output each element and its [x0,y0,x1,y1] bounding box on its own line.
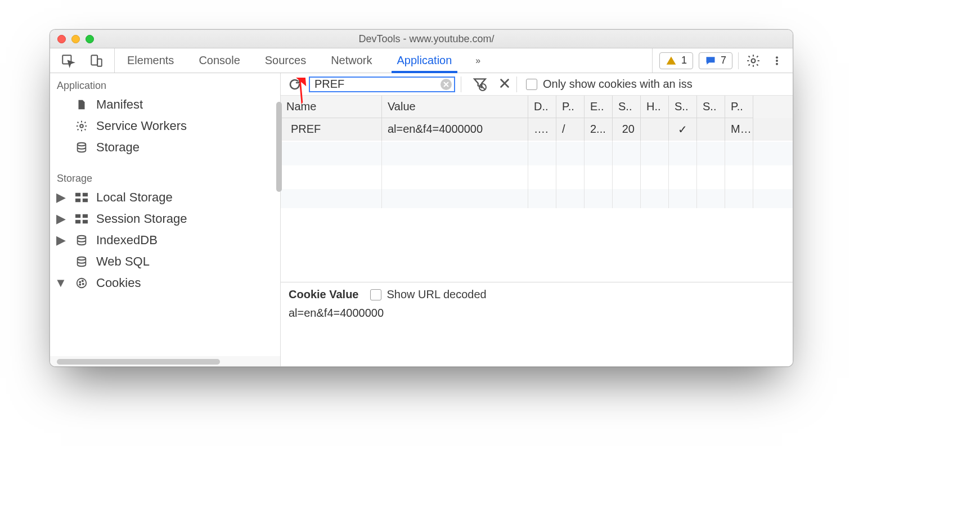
col-value[interactable]: Value [382,96,528,118]
svg-rect-12 [83,199,88,202]
col-size[interactable]: S.. [613,96,641,118]
svg-rect-1 [91,55,97,65]
cookie-icon [74,277,89,289]
sidebar-item-label: Service Workers [96,119,187,133]
col-priority[interactable]: P.. [725,96,753,118]
window-title: DevTools - www.youtube.com/ [94,33,793,45]
tab-console[interactable]: Console [186,48,252,73]
svg-point-4 [776,56,778,59]
show-url-decoded-checkbox[interactable]: Show URL decoded [370,288,487,301]
show-url-decoded-label: Show URL decoded [387,288,487,301]
sidebar-item-session-storage[interactable]: ▶ Session Storage [50,208,280,230]
sidebar-item-websql[interactable]: ▶ Web SQL [50,251,280,272]
svg-point-6 [776,62,778,65]
cell-name: PREF [281,118,382,141]
tab-network[interactable]: Network [318,48,384,73]
cell-expires: 2... [585,118,613,141]
sidebar-item-indexeddb[interactable]: ▶ IndexedDB [50,230,280,251]
sidebar-item-label: Web SQL [96,254,150,269]
tab-application[interactable]: Application [385,48,465,73]
sidebar-item-label: Cookies [96,276,141,290]
traffic-lights [50,35,94,43]
warning-icon [666,55,677,66]
filter-text: PREF [314,78,344,91]
minimize-window-button[interactable] [71,35,80,43]
sidebar-hscroll-thumb[interactable] [57,359,220,365]
col-httponly[interactable]: H.. [641,96,669,118]
col-secure[interactable]: S.. [669,96,697,118]
device-mode-button[interactable] [87,52,105,70]
filter-tools [467,76,511,93]
sidebar-item-storage-root[interactable]: ▶ Storage [50,137,280,158]
sidebar-item-service-workers[interactable]: ▶ Service Workers [50,115,280,137]
tab-sources[interactable]: Sources [253,48,318,73]
checkbox-icon [370,289,381,300]
grid-icon [74,214,89,224]
svg-point-18 [78,257,86,260]
cookies-toolbar: PREF [281,73,793,96]
details-heading: Cookie Value [289,288,359,301]
cell-httponly [641,118,669,141]
svg-point-5 [776,60,778,62]
cell-domain: …. [528,118,556,141]
sidebar-item-cookies[interactable]: ▼ Cookies [50,272,280,294]
grid-icon [74,192,89,203]
svg-point-23 [79,284,80,285]
refresh-button[interactable] [286,76,303,93]
messages-count: 7 [721,55,726,66]
sidebar-item-label: Storage [96,140,140,155]
sidebar-vscroll-thumb[interactable] [276,102,282,192]
chevron-right-icon: ▶ [57,190,65,205]
message-icon [705,55,716,66]
section-header-storage: Storage [50,169,280,187]
database-icon [74,234,89,246]
sidebar-item-manifest[interactable]: ▶ Manifest [50,94,280,115]
svg-rect-10 [83,193,88,196]
sidebar-item-label: Session Storage [96,212,187,226]
database-icon [74,141,89,154]
clear-filter-button[interactable] [440,79,452,90]
checkbox-icon [526,79,537,90]
svg-rect-15 [75,220,80,223]
col-domain[interactable]: D.. [528,96,556,118]
only-issues-checkbox[interactable]: Only show cookies with an iss [526,78,693,91]
more-tabs-button[interactable]: » [464,48,492,73]
svg-point-8 [78,143,86,146]
section-header-application: Application [50,77,280,94]
sidebar-item-local-storage[interactable]: ▶ Local Storage [50,187,280,208]
filter-icon[interactable] [473,76,487,93]
cookie-value-text: al=en&f4=4000000 [289,301,785,320]
zoom-window-button[interactable] [86,35,94,43]
only-issues-label: Only show cookies with an iss [543,78,693,91]
sidebar-item-label: IndexedDB [96,233,158,248]
titlebar: DevTools - www.youtube.com/ [50,30,793,48]
svg-rect-16 [83,220,88,223]
svg-point-3 [752,59,756,62]
sidebar-hscroll-track[interactable] [50,356,281,366]
svg-point-21 [82,280,83,281]
gear-icon [74,120,89,132]
more-menu-button[interactable] [768,52,786,70]
svg-rect-9 [75,193,80,196]
svg-point-22 [83,284,84,285]
col-samesite[interactable]: S.. [697,96,725,118]
settings-button[interactable] [744,52,762,70]
tab-elements[interactable]: Elements [115,48,186,73]
table-row[interactable]: PREF al=en&f4=4000000 …. / 2... 20 ✓ M..… [281,118,793,141]
filter-input[interactable]: PREF [309,77,455,92]
svg-point-19 [77,279,87,288]
table-header: Name Value D.. P.. E.. S.. H.. S.. S.. P… [281,96,793,118]
close-window-button[interactable] [57,35,66,43]
col-expires[interactable]: E.. [585,96,613,118]
col-path[interactable]: P.. [556,96,585,118]
warnings-badge[interactable]: 1 [659,52,693,69]
table-body[interactable]: PREF al=en&f4=4000000 …. / 2... 20 ✓ M..… [281,118,793,208]
sidebar-item-label: Manifest [96,97,143,112]
table-empty-rows [281,141,793,208]
messages-badge[interactable]: 7 [699,52,732,69]
delete-button[interactable] [498,77,511,92]
cell-secure: ✓ [669,118,697,141]
cell-path: / [556,118,585,141]
col-name[interactable]: Name [281,96,382,118]
inspect-tool-button[interactable] [59,52,77,70]
